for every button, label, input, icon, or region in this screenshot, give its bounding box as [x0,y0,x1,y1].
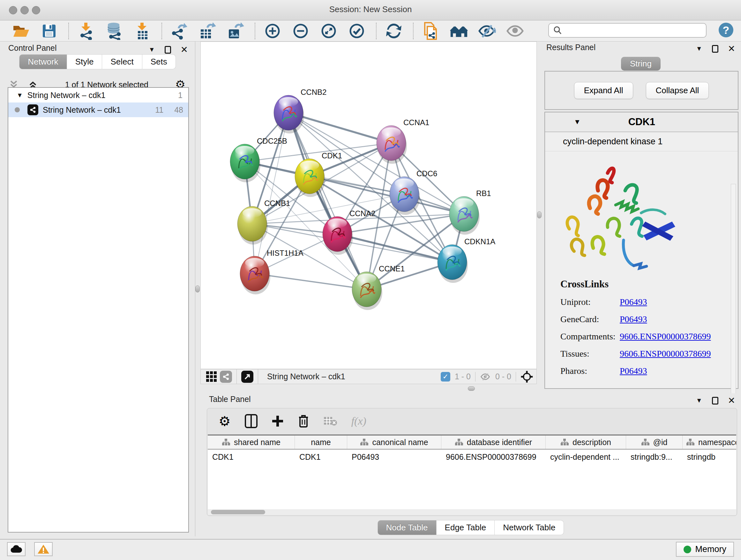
show-all-eye-icon[interactable] [506,22,524,40]
left-splitter-handle[interactable] [195,286,200,293]
undock-panel-icon[interactable] [712,397,718,405]
collection-label: String Network – cdk1 [27,91,106,100]
node-CCNA1[interactable]: CCNA1 [377,118,429,164]
tab-style[interactable]: Style [67,54,103,69]
control-panel-title: Control Panel [8,44,57,53]
crosslink-link[interactable]: P06493 [620,297,647,307]
network-list: ▼ String Network – cdk1 1 String Network… [8,87,189,533]
hide-selected-eye-slash-icon[interactable] [478,22,496,40]
create-column-plus-icon[interactable] [272,415,284,427]
open-in-window-icon[interactable] [241,371,253,383]
column-header-namespace[interactable]: namespace [683,435,736,449]
close-panel-icon[interactable]: ✕ [728,44,735,54]
tab-network-table[interactable]: Network Table [495,520,564,535]
tab-string[interactable]: String [621,57,661,71]
node-CDC6[interactable]: CDC6 [390,169,437,215]
search-input[interactable] [562,26,696,35]
table-box: ⚙ f(x) shared namenamecanonical namedata… [207,408,737,516]
delete-column-trash-icon[interactable] [298,414,309,428]
node-CDK1[interactable]: CDK1 [295,151,342,197]
collapse-all-button[interactable]: Collapse All [646,82,709,99]
zoom-selected-icon[interactable] [348,22,366,40]
edge-HIST1H1A-CCNE1[interactable] [255,273,367,289]
right-splitter-handle[interactable] [537,211,542,219]
export-image-icon[interactable] [226,22,245,40]
crosslink-row: GeneCard:P06493 [560,314,711,324]
tab-node-table[interactable]: Node Table [378,520,436,535]
column-header-canonical-name[interactable]: canonical name [347,435,441,449]
birdseye-view-icon[interactable] [220,371,232,383]
show-columns-icon[interactable] [245,414,258,428]
node-label: CCNB1 [264,199,290,207]
float-panel-icon[interactable]: ▼ [696,397,702,404]
column-header-name[interactable]: name [295,435,347,449]
export-network-icon[interactable] [171,22,188,40]
column-header-shared-name[interactable]: shared name [208,435,295,449]
warnings-button[interactable] [34,542,53,556]
float-panel-icon[interactable]: ▼ [149,46,155,53]
horizontal-splitter-handle[interactable] [468,386,475,391]
table-options-gear-icon[interactable]: ⚙ [219,414,231,429]
help-button[interactable]: ? [719,23,733,37]
undock-panel-icon[interactable] [712,45,718,53]
node-HIST1H1A[interactable]: HIST1H1A [240,249,304,294]
string-home-icon[interactable] [450,22,468,40]
crosslink-link[interactable]: P06493 [620,314,647,324]
column-header-id[interactable]: @id [626,435,683,449]
node-CCNB2[interactable]: CCNB2 [274,88,327,133]
title-bar: Session: New Session [0,0,741,20]
cloud-status-button[interactable] [7,542,25,556]
close-panel-icon[interactable]: ✕ [181,44,188,55]
memory-button[interactable]: Memory [676,542,734,557]
tab-sets[interactable]: Sets [142,54,176,69]
tab-select[interactable]: Select [102,54,142,69]
undock-panel-icon[interactable] [165,46,171,54]
crosslink-link[interactable]: 9606.ENSP00000378699 [620,331,711,341]
crosslink-label: Uniprot: [560,297,620,307]
collection-caret-icon[interactable]: ▼ [17,91,23,99]
export-table-icon[interactable] [199,22,216,40]
import-network-file-icon[interactable] [77,22,95,40]
zoom-in-icon[interactable] [264,22,281,40]
edge-CCNB2-CCNE1[interactable] [288,113,367,289]
crosslink-label: GeneCard: [560,314,620,324]
grid-view-icon[interactable] [205,370,219,383]
network-row[interactable]: String Network – cdk1 11 48 [8,103,188,117]
table-hscrollbar-thumb[interactable] [211,510,265,514]
node-label: RB1 [476,189,491,198]
zoom-out-icon[interactable] [292,22,310,40]
network-canvas[interactable]: CCNB2CCNA1CDC25BCDK1CDC6RB1CCNB1CCNA2CDK… [200,42,537,369]
selected-checkbox-icon[interactable]: ✓ [441,372,450,381]
node-CDKN1A[interactable]: CDKN1A [437,237,495,283]
import-network-database-icon[interactable] [105,22,123,40]
apply-layout-icon[interactable] [385,22,403,40]
protein-caret-icon[interactable]: ▼ [574,118,581,126]
tab-network[interactable]: Network [19,54,67,69]
crosslink-link[interactable]: 9606.ENSP00000378699 [620,349,711,359]
crosslink-link[interactable]: P06493 [620,366,647,376]
fit-content-icon[interactable] [320,22,338,40]
close-panel-icon[interactable]: ✕ [728,395,735,406]
crosslink-row: Pharos:P06493 [560,366,711,376]
toolbar-separator [258,369,258,384]
node-CCNE1[interactable]: CCNE1 [352,264,405,310]
open-session-icon[interactable] [12,22,30,40]
crosslink-label: Tissues: [560,349,620,359]
table-cell: CDK1 [295,449,347,464]
expand-all-button[interactable]: Expand All [574,82,633,99]
import-table-file-icon[interactable] [133,22,151,40]
tab-edge-table[interactable]: Edge Table [436,520,495,535]
column-header-database-identifier[interactable]: database identifier [441,435,546,449]
protein-section-header[interactable]: ▼ CDK1 [545,112,738,132]
float-panel-icon[interactable]: ▼ [696,45,702,52]
center-view-crosshair-icon[interactable] [521,370,533,383]
node-CCNB1[interactable]: CCNB1 [238,199,290,245]
table-row[interactable]: CDK1CDK1P064939606.ENSP00000378699cyclin… [208,449,736,464]
node-RB1[interactable]: RB1 [449,189,491,235]
save-session-icon[interactable] [40,22,58,40]
toolbar-search[interactable] [548,23,706,38]
table-hscrollbar[interactable] [208,509,736,515]
network-collection-row[interactable]: ▼ String Network – cdk1 1 [8,88,188,103]
column-header-description[interactable]: description [546,435,626,449]
copy-icon[interactable] [422,22,440,40]
